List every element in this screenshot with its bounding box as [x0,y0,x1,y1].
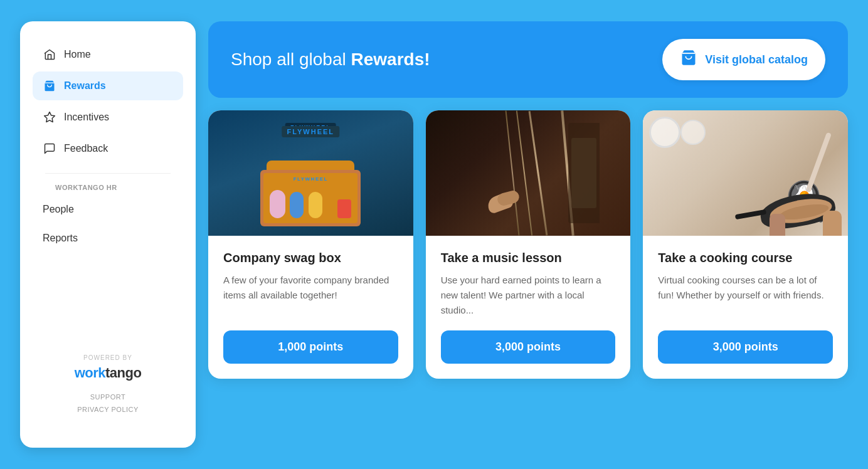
privacy-link[interactable]: PRIVACY POLICY [33,404,183,416]
card-title-swag: Company swag box [223,251,398,265]
card-title-cooking: Take a cooking course [658,251,833,265]
card-image-music [426,110,631,236]
hero-title-bold: Rewards! [351,50,430,69]
sidebar-people-label: People [43,204,74,215]
footer-links: SUPPORT PRIVACY POLICY [33,391,183,416]
card-body-swag: Company swag box A few of your favorite … [208,236,413,379]
nav-divider [45,173,171,174]
points-button-music[interactable]: 3,000 points [441,330,616,364]
card-desc-cooking: Virtual cooking courses can be a lot of … [658,273,833,318]
sidebar-item-home[interactable]: Home [33,40,183,69]
sidebar-footer: POWERED BY worktango SUPPORT PRIVACY POL… [20,342,196,429]
catalog-cart-icon [680,49,697,70]
svg-marker-1 [45,112,55,122]
sidebar-reports-label: Reports [43,233,78,244]
powered-by-label: POWERED BY [33,354,183,361]
sidebar-item-feedback[interactable]: Feedback [33,134,183,163]
reward-card-music: Take a music lesson Use your hard earned… [426,110,631,379]
sidebar-item-reports[interactable]: Reports [33,225,183,251]
catalog-button-label: Visit global catalog [705,53,808,66]
sidebar-item-rewards[interactable]: Rewards [33,71,183,100]
message-icon [43,142,56,155]
sidebar-incentives-label: Incentives [64,112,109,123]
cards-grid: FLYWHEEL FLYWHEEL Company swag box A few… [208,110,848,379]
reward-card-cooking: ∿ ∿ Take a cooking course Virtual cookin… [643,110,848,379]
sidebar-rewards-label: Rewards [64,80,106,92]
card-desc-swag: A few of your favorite company branded i… [223,273,398,318]
hr-section-label: WORKTANGO HR [33,184,183,191]
visit-catalog-button[interactable]: Visit global catalog [662,39,825,80]
card-body-cooking: Take a cooking course Virtual cooking co… [643,236,848,379]
hero-title-normal: Shop all global [231,50,351,69]
reward-card-swag: FLYWHEEL FLYWHEEL Company swag box A few… [208,110,413,379]
card-title-music: Take a music lesson [441,251,616,265]
card-body-music: Take a music lesson Use your hard earned… [426,236,631,379]
support-link[interactable]: SUPPORT [33,391,183,404]
cart-icon [43,79,56,93]
hero-title: Shop all global Rewards! [231,50,430,70]
hero-banner: Shop all global Rewards! Visit global ca… [208,21,848,98]
worktango-logo: worktango [33,365,183,381]
sidebar-feedback-label: Feedback [64,143,108,154]
card-image-cooking: ∿ ∿ [643,110,848,236]
points-button-swag[interactable]: 1,000 points [223,330,398,364]
sidebar-item-incentives[interactable]: Incentives [33,103,183,132]
sidebar-home-label: Home [64,49,91,60]
star-icon [43,110,56,124]
card-desc-music: Use your hard earned points to learn a n… [441,273,616,318]
sidebar-item-people[interactable]: People [33,196,183,223]
sidebar-nav: Home Rewards [20,40,196,254]
card-image-swag: FLYWHEEL FLYWHEEL [208,110,413,236]
sidebar: Home Rewards [20,21,196,448]
points-button-cooking[interactable]: 3,000 points [658,330,833,364]
main-content: Shop all global Rewards! Visit global ca… [208,21,848,448]
home-icon [43,48,56,61]
app-container: Home Rewards [20,21,848,448]
